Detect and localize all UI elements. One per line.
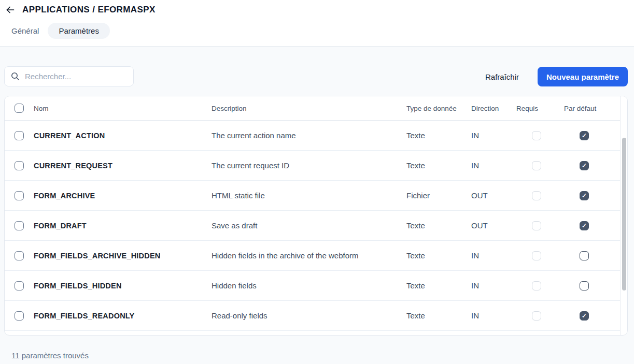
par-defaut-checkbox[interactable] <box>580 281 589 290</box>
parameter-type: Texte <box>406 251 471 260</box>
refresh-button[interactable]: Rafraîchir <box>481 68 523 85</box>
requis-checkbox[interactable] <box>532 221 541 230</box>
table-row[interactable]: FORM_FIELDS_HIDDEN Hidden fields Texte I… <box>5 271 620 301</box>
parameter-direction: IN <box>471 281 516 290</box>
parameter-name: FORM_FIELDS_HIDDEN <box>34 282 212 290</box>
requis-checkbox[interactable] <box>532 131 541 140</box>
column-header-description[interactable]: Description <box>212 105 406 112</box>
parameter-description: Save as draft <box>212 221 406 230</box>
main-content: Rafraîchir Nouveau paramètre Nom Descrip… <box>0 47 634 364</box>
parameter-direction: IN <box>471 161 516 170</box>
column-header-par-defaut[interactable]: Par défaut <box>564 105 620 112</box>
column-header-direction[interactable]: Direction <box>471 105 516 112</box>
table-content: Nom Description Type de donnée Direction… <box>5 96 620 335</box>
requis-checkbox[interactable] <box>532 251 541 260</box>
row-select-checkbox[interactable] <box>15 251 24 260</box>
column-header-nom[interactable]: Nom <box>34 105 212 112</box>
parameter-description: HTML static file <box>212 191 406 200</box>
parameter-name: FORM_FIELDS_ARCHIVE_HIDDEN <box>34 252 212 260</box>
parameter-type: Texte <box>406 311 471 320</box>
parameters-table: Nom Description Type de donnée Direction… <box>4 96 628 336</box>
parameter-direction: IN <box>471 311 516 320</box>
par-defaut-checkbox[interactable]: ✓ <box>580 311 589 321</box>
parameter-name: FORM_DRAFT <box>34 222 212 230</box>
parameter-name: CURRENT_ACTION <box>34 132 212 140</box>
par-defaut-checkbox[interactable]: ✓ <box>580 131 589 140</box>
par-defaut-checkbox[interactable] <box>580 251 589 260</box>
table-body: CURRENT_ACTION The current action name T… <box>5 121 620 331</box>
table-header-row: Nom Description Type de donnée Direction… <box>5 96 620 121</box>
scrollbar-track[interactable] <box>620 96 627 335</box>
parameter-description: The current request ID <box>212 161 406 170</box>
search-icon <box>11 72 20 81</box>
new-parameter-button[interactable]: Nouveau paramètre <box>538 67 628 86</box>
parameter-description: Hidden fields <box>212 281 406 290</box>
table-row[interactable]: FORM_FIELDS_READONLY Read-only fields Te… <box>5 301 620 331</box>
parameter-type: Texte <box>406 221 471 230</box>
search-input[interactable] <box>25 72 128 81</box>
select-all-checkbox[interactable] <box>15 104 24 113</box>
table-row[interactable]: FORM_DRAFT Save as draft Texte OUT ✓ <box>5 211 620 241</box>
parameter-type: Fichier <box>406 191 471 200</box>
parameter-description: Hidden fields in the archive of the webf… <box>212 251 406 260</box>
requis-checkbox[interactable] <box>532 191 541 200</box>
result-count: 11 paramètres trouvés <box>11 351 89 360</box>
breadcrumb: APPLICATIONS / EFORMASPX <box>5 4 156 16</box>
parameter-name: CURRENT_REQUEST <box>34 162 212 170</box>
back-arrow-icon[interactable] <box>5 5 16 15</box>
table-row[interactable]: FORM_FIELDS_ARCHIVE_HIDDEN Hidden fields… <box>5 241 620 271</box>
column-header-type[interactable]: Type de donnée <box>406 105 471 112</box>
page-header: APPLICATIONS / EFORMASPX Général Paramèt… <box>0 0 634 47</box>
table-row[interactable]: CURRENT_REQUEST The current request ID T… <box>5 151 620 181</box>
parameter-description: The current action name <box>212 131 406 140</box>
tab-bar: Général Paramètres <box>11 23 110 38</box>
parameter-description: Read-only fields <box>212 311 406 320</box>
requis-checkbox[interactable] <box>532 281 541 290</box>
parameter-direction: IN <box>471 131 516 140</box>
scrollbar-thumb[interactable] <box>622 138 626 290</box>
requis-checkbox[interactable] <box>532 311 541 321</box>
table-row[interactable]: CURRENT_ACTION The current action name T… <box>5 121 620 151</box>
par-defaut-checkbox[interactable]: ✓ <box>580 161 589 170</box>
parameter-name: FORM_ARCHIVE <box>34 192 212 200</box>
column-header-requis[interactable]: Requis <box>516 105 564 112</box>
parameter-direction: OUT <box>471 221 516 230</box>
par-defaut-checkbox[interactable]: ✓ <box>580 191 589 200</box>
requis-checkbox[interactable] <box>532 161 541 170</box>
row-select-checkbox[interactable] <box>15 131 24 140</box>
row-select-checkbox[interactable] <box>15 161 24 170</box>
par-defaut-checkbox[interactable]: ✓ <box>580 221 589 230</box>
tab-parametres[interactable]: Paramètres <box>48 23 110 39</box>
parameter-type: Texte <box>406 161 471 170</box>
page-title: APPLICATIONS / EFORMASPX <box>22 5 156 15</box>
table-row[interactable]: FORM_ARCHIVE HTML static file Fichier OU… <box>5 181 620 211</box>
parameter-direction: OUT <box>471 191 516 200</box>
parameter-direction: IN <box>471 251 516 260</box>
row-select-checkbox[interactable] <box>15 311 24 321</box>
row-select-checkbox[interactable] <box>15 191 24 200</box>
row-select-checkbox[interactable] <box>15 281 24 290</box>
row-select-checkbox[interactable] <box>15 221 24 230</box>
tab-general[interactable]: Général <box>11 23 39 38</box>
parameter-name: FORM_FIELDS_READONLY <box>34 312 212 320</box>
search-box[interactable] <box>4 66 134 86</box>
parameter-type: Texte <box>406 281 471 290</box>
parameter-type: Texte <box>406 131 471 140</box>
